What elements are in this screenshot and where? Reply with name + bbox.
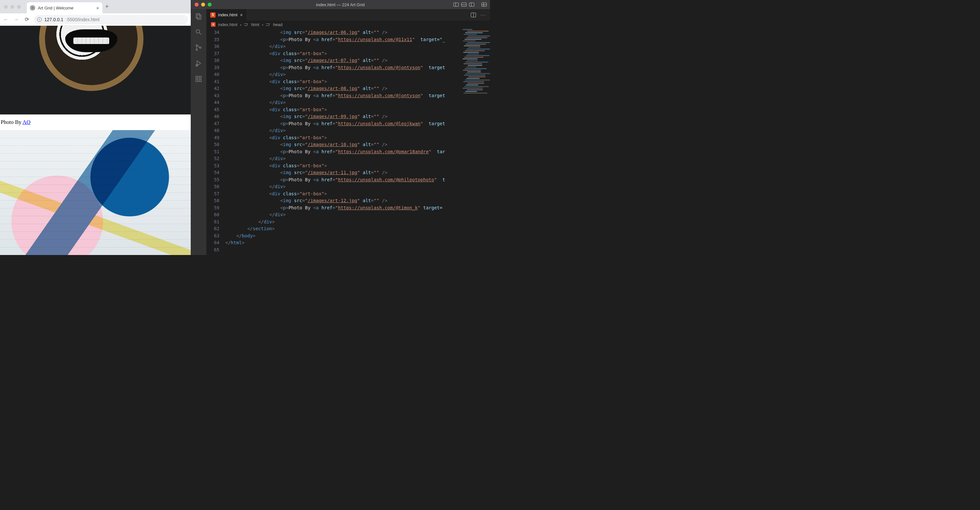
svg-point-5 (196, 49, 197, 51)
art-image-2 (0, 130, 191, 255)
code-content[interactable]: <img src="/images/art-06.jpg" alt="" /> … (225, 29, 490, 255)
breadcrumb-file[interactable]: index.html (218, 22, 237, 27)
code-editor[interactable]: 34 35 36 37 38 39 40 41 42 43 44 45 46 4… (206, 29, 490, 255)
svg-rect-11 (199, 80, 201, 81)
svg-point-4 (196, 45, 197, 46)
close-editor-tab-icon[interactable]: × (240, 13, 243, 18)
browser-toolbar: ← → ⟳ i 127.0.0.1:5500/index.html (0, 13, 191, 26)
svg-rect-9 (196, 76, 198, 78)
layout-secondary-icon[interactable] (469, 3, 474, 6)
search-icon[interactable] (195, 28, 202, 36)
svg-point-2 (196, 30, 200, 33)
mural-teeth (73, 38, 109, 44)
svg-rect-0 (196, 14, 200, 18)
browser-traffic-lights (0, 5, 25, 9)
mural-circle (39, 26, 143, 91)
editor-tabs: 5 index.html × ··· (206, 9, 490, 21)
split-editor-icon[interactable] (471, 13, 476, 17)
maximize-window-icon[interactable] (17, 5, 21, 9)
extensions-icon[interactable] (195, 75, 202, 83)
browser-window: Art Grid | Welcome × + ← → ⟳ i 127.0.0.1… (0, 0, 191, 255)
close-tab-icon[interactable]: × (96, 5, 99, 11)
minimize-window-icon[interactable] (10, 5, 14, 9)
html-file-icon: 5 (210, 13, 215, 18)
vscode-titlebar: index.html — 224 Art Grid (191, 0, 490, 9)
explorer-icon[interactable] (195, 13, 202, 20)
source-control-icon[interactable] (195, 44, 202, 51)
breadcrumb-head[interactable]: head (273, 22, 283, 27)
address-path: :5500/index.html (66, 17, 99, 22)
layout-customize-icon[interactable] (482, 3, 487, 6)
symbol-icon (244, 22, 249, 27)
browser-titlebar: Art Grid | Welcome × + (0, 0, 191, 13)
svg-rect-12 (199, 76, 201, 78)
address-host: 127.0.0.1 (45, 17, 63, 22)
site-info-icon[interactable]: i (37, 17, 42, 22)
art-image-1 (0, 26, 191, 115)
vscode-window: index.html — 224 Art Grid (191, 0, 490, 255)
svg-rect-1 (197, 15, 201, 19)
editor-tab-actions: ··· (467, 9, 490, 21)
svg-rect-10 (196, 80, 198, 81)
caption-prefix: Photo By (1, 119, 22, 125)
html-file-icon: 5 (211, 22, 215, 27)
svg-point-6 (199, 47, 201, 49)
reload-button[interactable]: ⟳ (24, 16, 30, 22)
address-bar[interactable]: i 127.0.0.1:5500/index.html (34, 15, 188, 24)
breadcrumb[interactable]: 5 index.html › html › head (206, 21, 490, 29)
svg-rect-13 (244, 24, 248, 26)
breadcrumb-html[interactable]: html (251, 22, 259, 27)
browser-viewport[interactable]: Photo By AO (0, 26, 191, 255)
tab-title: Art Grid | Welcome (38, 6, 73, 10)
close-window-icon[interactable] (4, 5, 8, 9)
symbol-icon (266, 22, 270, 27)
minimap[interactable] (461, 29, 490, 100)
tab-filename: index.html (218, 13, 237, 17)
new-tab-button[interactable]: + (102, 3, 111, 10)
editor-area: 5 index.html × ··· 5 index.html › html ›… (206, 9, 490, 255)
vscode-body: 5 index.html × ··· 5 index.html › html ›… (191, 9, 490, 255)
svg-rect-14 (266, 24, 270, 26)
photo-caption: Photo By AO (0, 115, 191, 130)
more-actions-icon[interactable]: ··· (480, 13, 486, 17)
line-gutter: 34 35 36 37 38 39 40 41 42 43 44 45 46 4… (206, 29, 225, 255)
back-button[interactable]: ← (3, 17, 9, 22)
forward-button[interactable]: → (13, 17, 19, 22)
chevron-right-icon: › (240, 22, 241, 27)
run-debug-icon[interactable] (195, 59, 202, 67)
globe-icon (30, 5, 35, 10)
vscode-window-title: index.html — 224 Art Grid (191, 2, 490, 7)
layout-sidebar-icon[interactable] (453, 3, 459, 6)
browser-tab[interactable]: Art Grid | Welcome × (27, 2, 102, 13)
mural-lips (65, 29, 118, 52)
editor-tab-index-html[interactable]: 5 index.html × (206, 9, 247, 21)
layout-panel-icon[interactable] (461, 3, 466, 6)
chevron-right-icon: › (262, 22, 263, 27)
svg-line-3 (199, 33, 202, 35)
activity-bar (191, 9, 206, 255)
caption-author-link[interactable]: AO (22, 119, 31, 125)
